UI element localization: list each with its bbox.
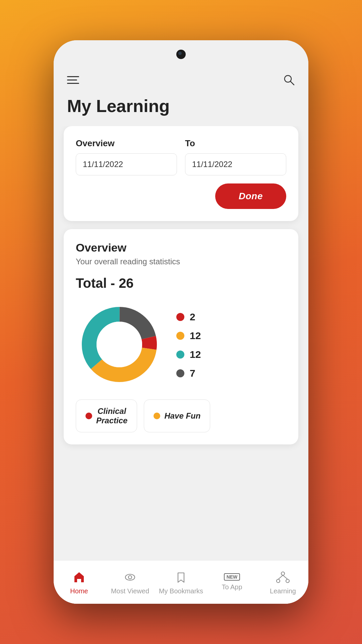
svg-point-10 bbox=[281, 572, 285, 575]
date-filter-row: Overview To bbox=[76, 138, 286, 175]
nav-label-new-to-app: To App bbox=[222, 583, 242, 591]
svg-line-1 bbox=[291, 82, 294, 85]
page-title: My Learning bbox=[67, 96, 295, 116]
svg-point-11 bbox=[277, 579, 280, 583]
from-date-field: Overview bbox=[76, 138, 177, 175]
page-title-section: My Learning bbox=[54, 89, 308, 126]
phone-screen: My Learning Overview To bbox=[54, 40, 308, 604]
have-fun-label: Have Fun bbox=[164, 411, 200, 421]
svg-point-8 bbox=[125, 574, 135, 580]
have-fun-dot bbox=[154, 413, 160, 419]
nav-label-home: Home bbox=[70, 587, 88, 595]
to-date-label: To bbox=[185, 138, 286, 149]
to-date-field: To bbox=[185, 138, 286, 175]
total-label: Total - 26 bbox=[76, 276, 286, 291]
chart-section: 2 12 12 7 bbox=[76, 301, 286, 389]
from-date-input[interactable] bbox=[76, 153, 177, 175]
scroll-area: Overview To Done Overview bbox=[54, 126, 308, 560]
overview-subtitle: Your overall reading statistics bbox=[76, 257, 286, 266]
clinical-practice-btn[interactable]: ClinicalPractice bbox=[76, 399, 137, 432]
legend-value-red: 2 bbox=[190, 311, 195, 323]
legend-value-teal: 12 bbox=[190, 349, 201, 360]
from-date-label: Overview bbox=[76, 138, 177, 149]
donut-chart bbox=[76, 301, 163, 389]
header bbox=[54, 67, 308, 89]
new-badge: NEW bbox=[224, 573, 240, 581]
phone-frame: My Learning Overview To bbox=[54, 40, 308, 604]
to-date-input[interactable] bbox=[185, 153, 286, 175]
nav-item-learning[interactable]: Learning bbox=[257, 560, 308, 604]
date-filter-card: Overview To Done bbox=[64, 126, 298, 221]
new-to-app-icon-group: NEW bbox=[224, 573, 240, 581]
bookmark-icon bbox=[173, 569, 189, 585]
svg-point-12 bbox=[286, 579, 289, 583]
legend-value-gray: 7 bbox=[190, 368, 195, 379]
legend-dot-gray bbox=[176, 369, 184, 377]
legend-dot-orange bbox=[176, 332, 184, 340]
overview-card-title: Overview bbox=[76, 241, 286, 254]
nav-label-bookmarks: My Bookmarks bbox=[159, 587, 203, 595]
clinical-dot bbox=[85, 413, 92, 419]
clinical-practice-label: ClinicalPractice bbox=[96, 407, 127, 425]
legend-item-red: 2 bbox=[176, 311, 201, 323]
svg-point-0 bbox=[285, 75, 291, 82]
bottom-navigation: Home Most Viewed bbox=[54, 560, 308, 604]
nav-item-new-to-app[interactable]: NEW To App bbox=[206, 560, 257, 604]
nav-item-home[interactable]: Home bbox=[54, 560, 105, 604]
legend-value-orange: 12 bbox=[190, 330, 201, 341]
eye-icon bbox=[122, 569, 138, 585]
chart-legend: 2 12 12 7 bbox=[176, 311, 201, 379]
svg-line-14 bbox=[283, 575, 288, 579]
done-button[interactable]: Done bbox=[215, 183, 286, 209]
legend-item-gray: 7 bbox=[176, 368, 201, 379]
overview-card: Overview Your overall reading statistics… bbox=[64, 229, 298, 444]
nav-item-most-viewed[interactable]: Most Viewed bbox=[105, 560, 156, 604]
search-icon[interactable] bbox=[283, 74, 295, 86]
home-icon bbox=[71, 569, 87, 585]
category-buttons: ClinicalPractice Have Fun bbox=[76, 399, 286, 432]
nav-label-most-viewed: Most Viewed bbox=[111, 587, 149, 595]
hamburger-menu-button[interactable] bbox=[67, 76, 79, 84]
legend-dot-red bbox=[176, 313, 184, 321]
learning-icon bbox=[275, 569, 291, 585]
legend-item-teal: 12 bbox=[176, 349, 201, 360]
svg-line-13 bbox=[278, 575, 283, 579]
nav-label-learning: Learning bbox=[270, 587, 296, 595]
svg-point-9 bbox=[128, 576, 132, 579]
have-fun-btn[interactable]: Have Fun bbox=[144, 399, 210, 432]
legend-dot-teal bbox=[176, 351, 184, 359]
done-btn-row: Done bbox=[76, 183, 286, 209]
legend-item-orange: 12 bbox=[176, 330, 201, 341]
nav-item-bookmarks[interactable]: My Bookmarks bbox=[156, 560, 206, 604]
phone-camera bbox=[176, 50, 186, 59]
app-content: My Learning Overview To bbox=[54, 67, 308, 604]
svg-point-7 bbox=[97, 322, 142, 367]
